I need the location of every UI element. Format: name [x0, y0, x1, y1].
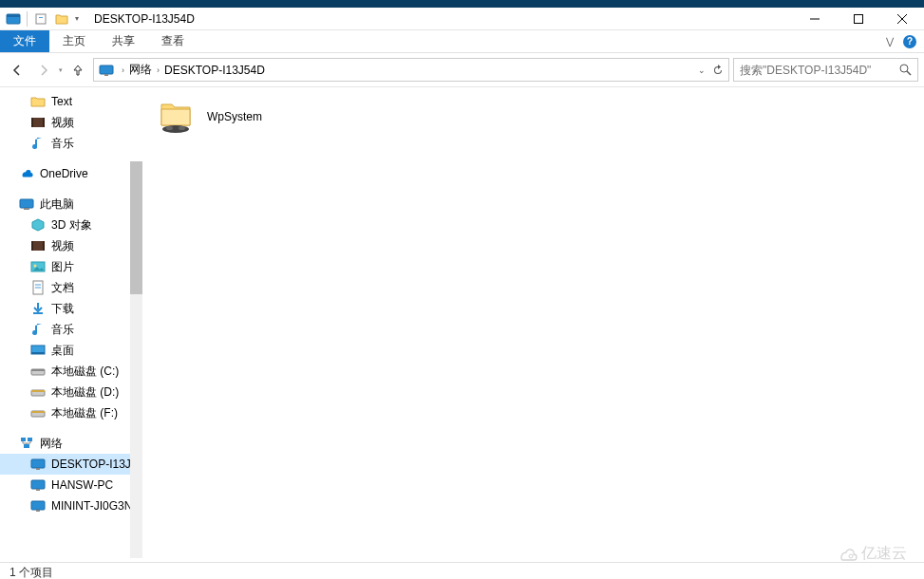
svg-rect-38: [31, 480, 45, 489]
qat-separator: [27, 11, 28, 27]
help-icon[interactable]: ?: [903, 35, 916, 48]
svg-rect-30: [31, 390, 45, 392]
qat-dropdown-icon[interactable]: ▾: [75, 14, 79, 23]
breadcrumb[interactable]: › 网络 › DESKTOP-I13J54D ⌄: [93, 58, 729, 82]
svg-rect-32: [31, 411, 45, 413]
maximize-button[interactable]: [837, 8, 880, 30]
tab-share[interactable]: 共享: [99, 30, 148, 52]
main-area: Text视频音乐OneDrive此电脑3D 对象视频图片文档下载音乐桌面本地磁盘…: [0, 87, 924, 562]
svg-rect-13: [31, 118, 33, 127]
tree-item-label: 音乐: [51, 136, 74, 152]
tree-item-18[interactable]: 网络: [0, 433, 142, 454]
desktop-icon: [30, 343, 46, 358]
tree-scrollbar[interactable]: [130, 161, 142, 558]
tree-item-label: 本地磁盘 (C:): [51, 364, 119, 380]
tree-item-15[interactable]: 本地磁盘 (D:): [0, 382, 142, 402]
tree-item-label: 视频: [51, 115, 74, 131]
properties-icon[interactable]: [31, 9, 50, 28]
tree-item-label: 文档: [51, 280, 74, 296]
breadcrumb-current[interactable]: DESKTOP-I13J54D: [164, 64, 265, 77]
svg-rect-40: [31, 501, 45, 510]
tree-item-label: DESKTOP-I13J54D: [51, 458, 142, 471]
history-dropdown-icon[interactable]: ▾: [59, 66, 63, 74]
status-bar: 1 个项目: [0, 562, 924, 579]
titlebar: ▾ DESKTOP-I13J54D: [0, 8, 924, 30]
tree-item-13[interactable]: 桌面: [0, 340, 142, 361]
tree-item-label: Text: [51, 95, 72, 108]
close-button[interactable]: [880, 8, 924, 30]
computer-icon: [30, 498, 46, 514]
new-folder-icon[interactable]: [52, 9, 71, 28]
3d-icon: [30, 217, 46, 233]
svg-rect-39: [36, 489, 40, 491]
tree-item-7[interactable]: 3D 对象: [0, 215, 142, 235]
tree-item-8[interactable]: 视频: [0, 235, 142, 256]
tree-item-1[interactable]: 视频: [0, 112, 142, 133]
back-button[interactable]: [6, 59, 28, 82]
svg-rect-16: [24, 208, 29, 210]
svg-rect-14: [43, 118, 45, 127]
tab-file[interactable]: 文件: [0, 30, 49, 52]
tree-item-label: 图片: [51, 259, 74, 275]
content-pane[interactable]: WpSystem: [142, 87, 924, 562]
svg-line-11: [907, 71, 911, 75]
forward-button[interactable]: [32, 59, 55, 82]
tree-item-12[interactable]: 音乐: [0, 319, 142, 340]
watermark: 亿速云: [837, 544, 907, 564]
svg-rect-3: [39, 17, 43, 18]
tree-item-label: 音乐: [51, 322, 74, 338]
tree-item-20[interactable]: HANSW-PC: [0, 475, 142, 495]
breadcrumb-network[interactable]: 网络: [129, 62, 152, 78]
up-button[interactable]: [66, 59, 89, 82]
tree-item-4[interactable]: OneDrive: [0, 163, 142, 184]
download-icon: [30, 301, 46, 316]
breadcrumb-separator-icon: ›: [122, 65, 124, 75]
tree-item-14[interactable]: 本地磁盘 (C:): [0, 361, 142, 382]
search-box[interactable]: [733, 58, 918, 82]
tree-item-21[interactable]: MININT-JI0G3N: [0, 495, 142, 516]
svg-rect-26: [31, 352, 45, 354]
svg-rect-9: [104, 74, 108, 76]
network-icon: [19, 436, 34, 451]
images-icon: [30, 259, 46, 274]
breadcrumb-separator-icon: ›: [157, 65, 160, 75]
tree-item-9[interactable]: 图片: [0, 256, 142, 277]
tree-item-label: HANSW-PC: [51, 478, 113, 492]
svg-rect-15: [20, 199, 33, 208]
tree-item-label: 视频: [51, 238, 74, 254]
drive-y-icon: [30, 405, 46, 420]
navigation-tree[interactable]: Text视频音乐OneDrive此电脑3D 对象视频图片文档下载音乐桌面本地磁盘…: [0, 87, 142, 562]
tree-item-label: MININT-JI0G3N: [51, 499, 132, 513]
tree-item-11[interactable]: 下载: [0, 298, 142, 319]
svg-rect-19: [43, 241, 45, 251]
tab-view[interactable]: 查看: [148, 30, 198, 52]
tree-scrollbar-thumb[interactable]: [130, 161, 142, 294]
svg-rect-43: [166, 126, 173, 130]
tree-item-6[interactable]: 此电脑: [0, 194, 142, 215]
tree-item-2[interactable]: 音乐: [0, 133, 142, 154]
watermark-logo-icon: [837, 548, 858, 561]
window-top-border: [0, 0, 924, 8]
pc-icon: [19, 196, 34, 212]
tree-item-16[interactable]: 本地磁盘 (F:): [0, 402, 142, 423]
svg-point-45: [849, 554, 853, 558]
tree-item-19[interactable]: DESKTOP-I13J54D: [0, 454, 142, 475]
svg-rect-33: [21, 438, 26, 441]
svg-point-42: [162, 125, 189, 133]
tab-home[interactable]: 主页: [49, 30, 99, 52]
tree-item-10[interactable]: 文档: [0, 277, 142, 298]
folder-label: WpSystem: [207, 110, 262, 123]
search-input[interactable]: [740, 64, 899, 77]
refresh-icon[interactable]: [711, 64, 725, 77]
shared-folder-icon: [156, 97, 196, 137]
tree-item-0[interactable]: Text: [0, 91, 142, 112]
item-count-label: 1 个项目: [9, 565, 53, 579]
search-icon[interactable]: [899, 64, 912, 76]
folder-item-wpsystem[interactable]: WpSystem: [156, 97, 262, 137]
tree-item-label: 本地磁盘 (D:): [51, 384, 119, 401]
quick-access-toolbar: ▾: [0, 9, 83, 28]
navigation-row: ▾ › 网络 › DESKTOP-I13J54D ⌄: [0, 53, 924, 87]
minimize-button[interactable]: [793, 8, 837, 30]
breadcrumb-dropdown-icon[interactable]: ⌄: [698, 65, 706, 75]
ribbon-collapse-icon[interactable]: ⋁: [886, 36, 894, 47]
